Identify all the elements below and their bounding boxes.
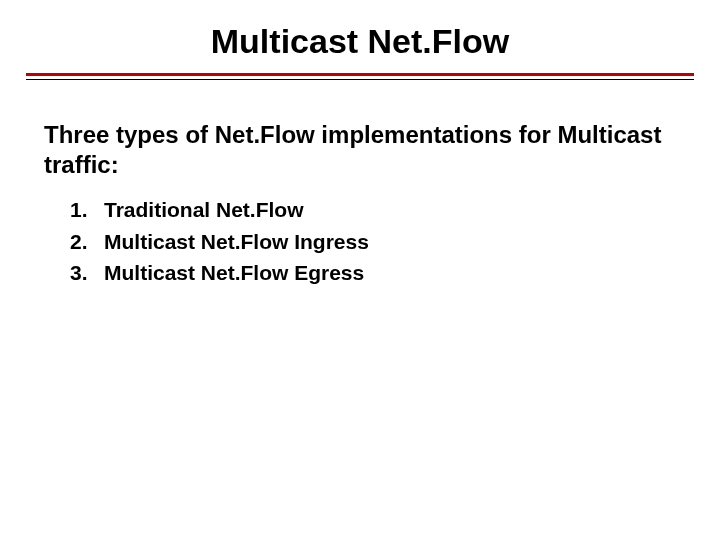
intro-text: Three types of Net.Flow implementations … xyxy=(44,120,676,180)
list-text: Multicast Net.Flow Ingress xyxy=(104,226,676,258)
list-number: 2. xyxy=(70,226,104,258)
list-item: 2. Multicast Net.Flow Ingress xyxy=(70,226,676,258)
title-area: Multicast Net.Flow xyxy=(0,0,720,61)
list-text: Multicast Net.Flow Egress xyxy=(104,257,676,289)
content-area: Three types of Net.Flow implementations … xyxy=(0,80,720,289)
list-item: 3. Multicast Net.Flow Egress xyxy=(70,257,676,289)
list-item: 1. Traditional Net.Flow xyxy=(70,194,676,226)
slide-title: Multicast Net.Flow xyxy=(211,22,509,61)
list-number: 1. xyxy=(70,194,104,226)
list-text: Traditional Net.Flow xyxy=(104,194,676,226)
slide: Multicast Net.Flow Three types of Net.Fl… xyxy=(0,0,720,540)
divider-red xyxy=(26,73,694,76)
numbered-list: 1. Traditional Net.Flow 2. Multicast Net… xyxy=(44,194,676,289)
list-number: 3. xyxy=(70,257,104,289)
